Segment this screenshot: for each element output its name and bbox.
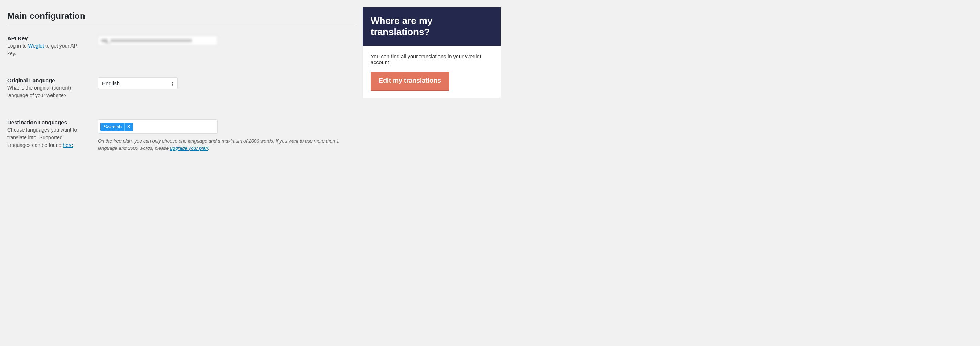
card-body-text: You can find all your translations in yo… — [371, 54, 493, 65]
weglot-link[interactable]: Weglot — [28, 43, 44, 49]
supported-languages-link[interactable]: here — [63, 142, 73, 148]
language-tag-label: Swedish — [101, 123, 124, 130]
api-key-desc-pre: Log in to — [7, 43, 28, 49]
api-key-control: wg_xxxxxxxxxxxxxxxxxxxxxxxxxxxxxxxx — [98, 35, 355, 45]
api-key-label-block: API Key Log in to Weglot to get your API… — [7, 35, 94, 57]
main-configuration-panel: Main configuration API Key Log in to Weg… — [7, 7, 355, 157]
api-key-input[interactable]: wg_xxxxxxxxxxxxxxxxxxxxxxxxxxxxxxxx — [98, 35, 218, 45]
original-language-select[interactable]: English — [98, 77, 178, 89]
api-key-description: Log in to Weglot to get your API key. — [7, 42, 87, 57]
original-language-label: Original Language — [7, 77, 87, 83]
hint-pre: On the free plan, you can only choose on… — [98, 138, 339, 151]
destination-languages-hint: On the free plan, you can only choose on… — [98, 138, 352, 152]
sidebar: Where are my translations? You can find … — [363, 7, 501, 98]
field-destination-languages: Destination Languages Choose languages y… — [7, 119, 355, 152]
upgrade-plan-link[interactable]: upgrade your plan — [170, 146, 208, 151]
original-language-description: What is the original (current) language … — [7, 84, 87, 99]
field-api-key: API Key Log in to Weglot to get your API… — [7, 35, 355, 57]
title-divider — [7, 24, 355, 24]
remove-tag-icon[interactable]: ✕ — [124, 123, 133, 130]
destination-languages-description: Choose languages you want to translate i… — [7, 126, 87, 149]
page-title: Main configuration — [7, 11, 355, 21]
destination-languages-control: Swedish ✕ On the free plan, you can only… — [98, 119, 355, 152]
destination-languages-input[interactable]: Swedish ✕ — [98, 119, 218, 134]
card-body: You can find all your translations in yo… — [363, 46, 501, 98]
destination-languages-label: Destination Languages — [7, 119, 87, 125]
card-header: Where are my translations? — [363, 7, 501, 46]
edit-translations-button[interactable]: Edit my translations — [371, 72, 449, 90]
hint-post: . — [208, 146, 210, 151]
field-original-language: Original Language What is the original (… — [7, 77, 355, 99]
original-language-control: English ▲▼ — [98, 77, 355, 89]
dest-desc-post: . — [73, 142, 74, 148]
destination-languages-label-block: Destination Languages Choose languages y… — [7, 119, 94, 149]
api-key-label: API Key — [7, 35, 87, 41]
original-language-label-block: Original Language What is the original (… — [7, 77, 94, 99]
language-tag: Swedish ✕ — [100, 122, 133, 131]
original-language-select-wrap: English ▲▼ — [98, 77, 178, 89]
translations-card: Where are my translations? You can find … — [363, 7, 501, 98]
